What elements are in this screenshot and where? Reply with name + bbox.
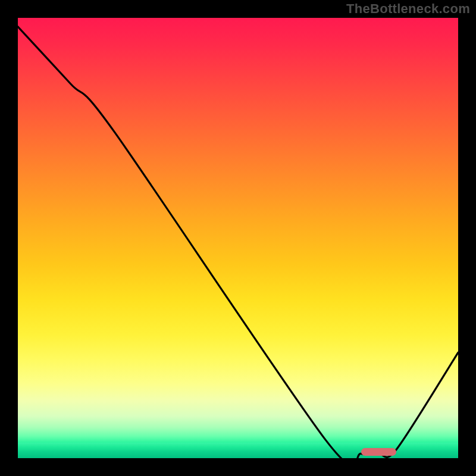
watermark-text: TheBottleneck.com [346,1,470,17]
chart-frame: TheBottleneck.com [0,0,476,476]
plot-area [18,18,458,458]
bottleneck-curve [18,18,458,458]
optimal-range-marker [361,448,396,456]
plot-area-border [17,17,459,459]
